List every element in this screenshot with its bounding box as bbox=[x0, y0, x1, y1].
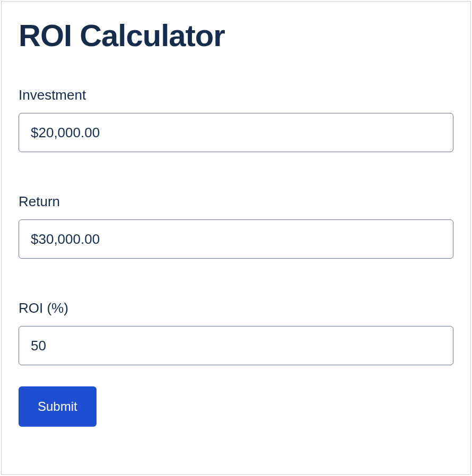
roi-group: ROI (%) bbox=[19, 300, 453, 365]
investment-label: Investment bbox=[19, 87, 453, 103]
page-title: ROI Calculator bbox=[19, 17, 453, 53]
investment-input[interactable] bbox=[19, 113, 453, 152]
submit-button[interactable]: Submit bbox=[19, 386, 97, 427]
roi-label: ROI (%) bbox=[19, 300, 453, 316]
return-label: Return bbox=[19, 193, 453, 210]
calculator-container: ROI Calculator Investment Return ROI (%)… bbox=[1, 1, 471, 475]
return-group: Return bbox=[19, 193, 453, 259]
return-input[interactable] bbox=[19, 219, 453, 259]
roi-input[interactable] bbox=[19, 326, 453, 365]
investment-group: Investment bbox=[19, 87, 453, 152]
